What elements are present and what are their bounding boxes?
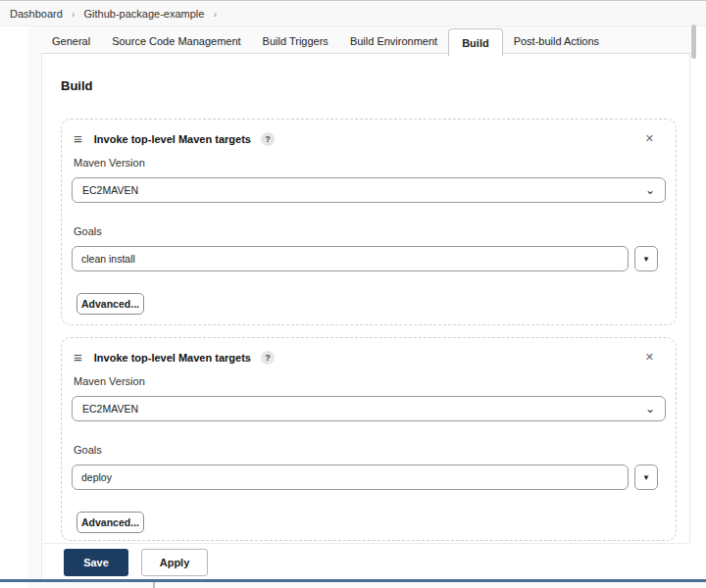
tab-general[interactable]: General [41,28,101,54]
goals-input[interactable] [72,246,629,271]
goals-input[interactable] [72,465,629,490]
goals-label: Goals [74,444,664,456]
save-button[interactable]: Save [64,549,128,576]
maven-version-value: EC2MAVEN [82,403,138,415]
tab-build-triggers[interactable]: Build Triggers [252,28,339,54]
build-step-title: Invoke top-level Maven targets [94,352,251,364]
config-tabbar: General Source Code Management Build Tri… [41,28,610,54]
chevron-down-icon: ⌄ [645,406,655,412]
maven-version-value: EC2MAVEN [82,184,138,196]
help-icon[interactable]: ? [261,132,275,146]
close-icon[interactable]: ✕ [645,351,654,364]
tab-build-environment[interactable]: Build Environment [339,28,448,54]
maven-version-select[interactable]: EC2MAVEN ⌄ [72,177,666,203]
build-step-title: Invoke top-level Maven targets [94,133,251,145]
help-icon[interactable]: ? [261,351,275,365]
advanced-button[interactable]: Advanced... [76,512,144,533]
drag-handle-icon[interactable]: ≡ [74,350,82,365]
build-step-maven-1: ≡ Invoke top-level Maven targets ? ✕ Mav… [61,119,677,325]
chevron-down-icon: ⌄ [645,187,655,193]
scrollbar-tick [153,582,155,588]
maven-version-label: Maven Version [74,375,664,387]
breadcrumb-item-dashboard[interactable]: Dashboard [10,8,63,20]
bottom-sticker: Save Apply [42,543,690,580]
chevron-right-icon: › [72,8,76,20]
advanced-button[interactable]: Advanced... [76,293,144,315]
build-step-header: ≡ Invoke top-level Maven targets ? ✕ [74,350,664,365]
goals-row: ▼ [72,246,666,271]
scrollbar-thumb[interactable] [691,24,696,59]
maven-version-select[interactable]: EC2MAVEN ⌄ [72,396,666,421]
build-step-header: ≡ Invoke top-level Maven targets ? ✕ [74,131,664,146]
breadcrumb-item-job[interactable]: Github-package-example [84,8,205,20]
build-step-maven-2: ≡ Invoke top-level Maven targets ? ✕ Mav… [61,337,677,541]
close-icon[interactable]: ✕ [645,132,654,145]
goals-combo-button[interactable]: ▼ [634,465,658,490]
goals-combo-button[interactable]: ▼ [634,246,658,271]
goals-row: ▼ [72,465,666,490]
tab-source-code-management[interactable]: Source Code Management [101,28,251,54]
breadcrumb: Dashboard › Github-package-example › [0,0,706,26]
apply-button[interactable]: Apply [141,549,208,576]
page-title: Build [61,78,93,93]
bottom-divider [0,579,706,582]
scrollbar-track[interactable] [690,26,706,580]
tab-post-build-actions[interactable]: Post-build Actions [503,28,610,54]
goals-label: Goals [74,225,664,237]
maven-version-label: Maven Version [74,157,664,169]
tab-build[interactable]: Build [448,28,503,56]
drag-handle-icon[interactable]: ≡ [74,131,82,146]
chevron-right-icon: › [213,8,217,20]
